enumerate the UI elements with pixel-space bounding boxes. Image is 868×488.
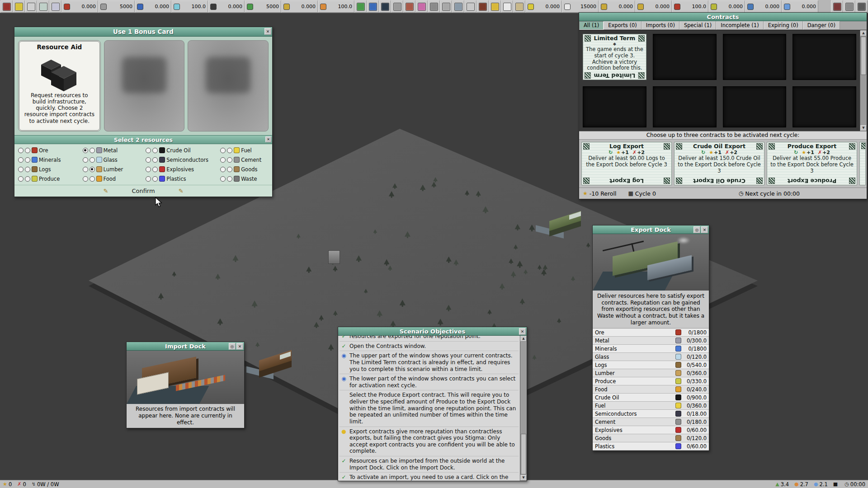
import-slot2-radio[interactable] xyxy=(90,157,95,163)
import-slot2-radio[interactable] xyxy=(152,148,158,153)
export-dock-sprite[interactable] xyxy=(536,213,590,241)
import-slot1-radio[interactable] xyxy=(220,176,226,182)
resource-counter-button[interactable]: 5000 xyxy=(245,0,281,13)
confirm-button[interactable]: Confirm xyxy=(132,188,155,194)
toolbar-icon-button[interactable] xyxy=(440,0,452,13)
resource-counter-button[interactable]: 0.000 xyxy=(525,0,562,13)
import-slot2-radio[interactable] xyxy=(25,167,30,172)
import-slot2-radio[interactable] xyxy=(152,157,158,163)
resource-option[interactable]: Crude Oil xyxy=(143,145,217,155)
import-slot1-radio[interactable] xyxy=(83,157,88,163)
toolbar-icon-button[interactable] xyxy=(489,0,501,13)
import-slot1-radio[interactable] xyxy=(83,176,88,182)
import-slot1-radio[interactable] xyxy=(18,148,24,153)
resource-counter-button[interactable]: 0.000 xyxy=(599,0,635,13)
contract-offer-card[interactable]: Crude Oil Export ↻ ★+1 ✗+2 Deliver at le… xyxy=(674,142,764,185)
resource-option[interactable]: Food xyxy=(80,174,143,183)
scroll-up-icon[interactable]: ▲ xyxy=(520,336,527,342)
contract-offer-card-partial[interactable] xyxy=(859,142,866,185)
import-slot2-radio[interactable] xyxy=(90,148,95,153)
contracts-tab[interactable]: Expiring (0) xyxy=(764,21,803,30)
import-slot1-radio[interactable] xyxy=(220,167,226,172)
import-slot1-radio[interactable] xyxy=(146,176,151,182)
contracts-tab[interactable]: Special (1) xyxy=(679,21,716,30)
import-slot1-radio[interactable] xyxy=(146,148,151,153)
contract-card-limited-term[interactable]: Limited Term ◆ The game ends at the star… xyxy=(583,34,646,80)
toolbar-icon-button[interactable] xyxy=(391,0,403,13)
contracts-scrollbar[interactable]: ▲ ▼ xyxy=(860,30,867,131)
resource-counter-button[interactable]: 100.0 xyxy=(318,0,354,13)
import-slot2-radio[interactable] xyxy=(227,167,232,172)
toolbar-icon-button[interactable] xyxy=(452,0,464,13)
scroll-up-icon[interactable]: ▲ xyxy=(860,30,867,36)
contracts-tab[interactable]: Incomplete (1) xyxy=(716,21,763,30)
toolbar-tool-button[interactable] xyxy=(25,0,37,13)
scrollbar-thumb[interactable] xyxy=(521,434,526,475)
resource-counter-button[interactable]: 0.000 xyxy=(635,0,672,13)
resource-counter-button[interactable]: 0.000 xyxy=(281,0,318,13)
import-slot2-radio[interactable] xyxy=(227,176,232,182)
resource-option[interactable]: Minerals xyxy=(15,155,80,164)
import-slot2-radio[interactable] xyxy=(227,157,232,163)
import-slot1-radio[interactable] xyxy=(18,176,24,182)
resource-option[interactable]: Logs xyxy=(15,164,80,174)
resource-option[interactable]: Explosives xyxy=(143,164,217,174)
import-window-titlebar[interactable]: Import Dock ◎ ✕ xyxy=(127,342,244,351)
toolbar-tool-button[interactable] xyxy=(37,0,49,13)
toolbar-icon-button[interactable] xyxy=(476,0,489,13)
resource-option[interactable]: Lumber xyxy=(80,164,143,174)
contracts-tab[interactable]: Exports (0) xyxy=(604,21,642,30)
import-slot2-radio[interactable] xyxy=(25,148,30,153)
bonus-window-titlebar[interactable]: Use 1 Bonus Card ✕ xyxy=(14,27,272,37)
bonus-card-slot-empty[interactable] xyxy=(188,40,269,131)
scroll-down-icon[interactable]: ▼ xyxy=(520,475,527,481)
import-slot1-radio[interactable] xyxy=(83,167,88,172)
contracts-window-titlebar[interactable]: Contracts xyxy=(579,13,867,21)
objectives-scrollbar[interactable]: ▲ ▼ xyxy=(520,336,527,481)
toolbar-icon-button[interactable] xyxy=(379,0,391,13)
resource-option[interactable]: Semiconductors xyxy=(143,155,217,164)
contract-offer-card[interactable]: Log Export ↻ ★+1 ✗+2 Deliver at least 90… xyxy=(581,142,672,185)
resource-option[interactable]: Cement xyxy=(217,155,271,164)
import-slot1-radio[interactable] xyxy=(220,157,226,163)
resource-option[interactable]: Metal xyxy=(80,145,143,155)
import-slot2-radio[interactable] xyxy=(152,176,158,182)
resource-counter-button[interactable]: 0.000 xyxy=(208,0,245,13)
objectives-window-titlebar[interactable]: Scenario Objectives ✕ xyxy=(338,327,527,336)
toolbar-icon-button[interactable] xyxy=(403,0,415,13)
close-icon[interactable]: ✕ xyxy=(519,328,526,335)
resource-counter-button[interactable]: 0.000 xyxy=(782,0,818,13)
toolbar-tool-button[interactable] xyxy=(13,0,25,13)
import-slot1-radio[interactable] xyxy=(83,148,88,153)
import-dock-sprite[interactable] xyxy=(246,352,301,382)
import-slot2-radio[interactable] xyxy=(25,176,30,182)
import-slot2-radio[interactable] xyxy=(90,176,95,182)
close-icon[interactable]: ✕ xyxy=(265,136,271,142)
contract-offer-card[interactable]: Produce Export ↻ ★+1 ✗+2 Deliver at leas… xyxy=(767,142,857,185)
import-slot1-radio[interactable] xyxy=(146,167,151,172)
confirm-row[interactable]: ✎ Confirm ✎ xyxy=(14,185,272,197)
resource-counter-button[interactable]: 0.000 xyxy=(745,0,782,13)
export-window-titlebar[interactable]: Export Dock ◎ ✕ xyxy=(593,225,709,234)
import-slot1-radio[interactable] xyxy=(18,157,24,163)
toolbar-icon-button[interactable] xyxy=(367,0,379,13)
resource-option[interactable]: Goods xyxy=(217,164,271,174)
toolbar-tool-button[interactable] xyxy=(49,0,61,13)
resource-counter-button[interactable]: 0.000 xyxy=(708,0,745,13)
close-icon[interactable]: ✕ xyxy=(701,226,708,233)
contracts-tab[interactable]: Imports (0) xyxy=(642,21,679,30)
reroll-button[interactable]: ★ -10 Reroll xyxy=(583,190,616,197)
bonus-card-slot-empty[interactable] xyxy=(104,40,185,131)
import-slot2-radio[interactable] xyxy=(227,148,232,153)
pin-icon[interactable]: ◎ xyxy=(693,226,700,233)
scrollbar-thumb[interactable] xyxy=(861,37,866,75)
resource-option[interactable]: Waste xyxy=(217,174,271,183)
resource-option[interactable]: Ore xyxy=(15,145,80,155)
toolbar-icon-button[interactable] xyxy=(855,0,868,13)
bonus-card-resource-aid[interactable]: Resource Aid Request resources to build … xyxy=(18,40,101,131)
resource-option[interactable]: Plastics xyxy=(143,174,217,183)
resource-option[interactable]: Glass xyxy=(80,155,143,164)
toolbar-tool-button[interactable] xyxy=(0,0,13,13)
import-slot1-radio[interactable] xyxy=(146,157,151,163)
import-slot2-radio[interactable] xyxy=(90,167,95,172)
